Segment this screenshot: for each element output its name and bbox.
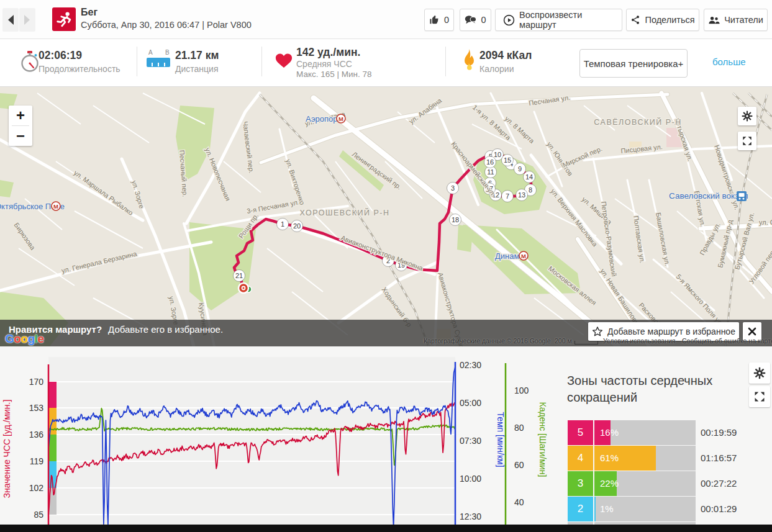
google-logo-letter: g [28,332,35,345]
add-route-label: Добавьте маршрут в избранное [607,327,735,336]
cadence-axis-label: Каденс [Шаги/мин] [538,402,548,477]
metro-icon[interactable]: М [52,202,60,210]
map-canvas[interactable]: 123456789101112131415161718192021ул. Лев… [0,87,772,346]
km-marker-9[interactable]: 9 [514,163,526,175]
zone-number: 2 [568,497,593,521]
summary-stats-bar: 02:06:19 Продолжительность A B 21.17 км … [0,39,772,87]
svg-text:9: 9 [518,165,522,173]
divider [261,47,262,76]
svg-text:1: 1 [281,220,284,228]
chart-fullscreen-button[interactable] [749,386,770,407]
map-zoom-control: + − [9,106,32,146]
km-marker-15[interactable]: 15 [502,155,514,166]
google-logo-letter: o [20,332,27,345]
comment-count: 0 [481,15,486,25]
forward-button[interactable] [19,8,35,32]
zone-bar-track: 22% [594,471,696,496]
railway-station-icon[interactable] [737,191,747,201]
railway-station-label[interactable]: Савеловский вокзал [669,191,748,201]
google-logo-letter: e [37,332,43,345]
divider [445,47,446,76]
training-chart[interactable]: 1701531361191028502:3005:0007:3010:0012:… [0,346,559,525]
km-marker-3[interactable]: 3 [447,183,459,194]
zone-percent: 22% [600,478,619,489]
cadence-tick: 40 [514,497,524,507]
duration-label: Продолжительность [39,64,120,74]
svg-text:16: 16 [486,158,494,166]
running-sport-icon [52,7,76,31]
page-bottom-bar [0,525,772,532]
more-link[interactable]: больше [712,56,746,67]
calories-label: Калории [479,64,514,74]
cadence-tick: 100 [514,385,529,395]
route-map[interactable]: 123456789101112131415161718192021ул. Лев… [0,87,772,346]
like-count: 0 [444,15,449,25]
back-arrow-icon [6,14,15,25]
terms-link[interactable]: Условия использования [603,337,676,345]
km-marker-14[interactable]: 14 [524,171,535,183]
expand-icon [753,390,766,403]
zoom-in-button[interactable]: + [9,106,32,125]
hr-tick: 102 [29,483,44,493]
metro-icon[interactable]: М [337,114,345,123]
zone-percent: 1% [600,503,614,514]
km-marker-18[interactable]: 18 [450,214,461,226]
zone-percent: 61% [600,453,619,463]
pace-tick: 10:00 [460,474,481,484]
report-error-link[interactable]: Сообщить об ошибке на карте [682,337,772,345]
chart-settings-button[interactable] [749,363,770,384]
favorite-hint: Добавьте его в избранное. [108,324,223,335]
map-fullscreen-button[interactable] [738,132,756,150]
readers-button[interactable]: Читатели [704,9,768,31]
zone-bar-track: 16% [594,420,696,445]
km-marker-1[interactable]: 1 [277,219,289,230]
svg-text:М: М [521,253,526,259]
flame-icon [461,48,476,73]
zoom-out-button[interactable]: − [9,126,32,146]
comment-button[interactable]: 0 [460,9,491,31]
zone-row-2: 21%00:01:29 [568,497,772,521]
km-marker-13[interactable]: 13 [516,189,528,201]
google-logo-letter: G [5,332,14,345]
hr-zone-strip [49,435,57,461]
page-subtitle: Суббота, Апр 30, 2016 06:47 | Polar V800 [81,20,252,30]
zone-bar-track: 1% [594,497,696,521]
svg-text:8: 8 [529,186,532,194]
share-icon [630,15,640,25]
training-curves-section: 1701531361191028502:3005:0007:3010:0012:… [0,346,772,525]
gear-icon [741,110,753,122]
heart-icon [275,53,293,70]
comment-bubbles-icon [465,15,476,25]
zone-number: 4 [568,446,593,471]
svg-text:11: 11 [487,168,494,176]
training-benefit-button[interactable]: Темповая тренировка+ [579,49,688,78]
km-marker-16[interactable]: 16 [484,156,496,168]
km-marker-7[interactable]: 7 [502,191,514,202]
expand-icon [742,135,753,147]
metro-station-label[interactable]: Аэропорт [306,114,341,124]
zone-bar-track: 61% [594,446,696,471]
thumbs-up-icon [429,15,440,25]
zone-row-3: 322%00:27:22 [568,471,772,496]
map-scale-bar [574,341,598,345]
zone-percent: 16% [600,427,619,438]
map-settings-button[interactable] [738,107,756,125]
svg-text:3: 3 [451,184,455,192]
km-marker-20[interactable]: 20 [291,220,303,232]
zone-number: 3 [568,471,593,496]
back-button[interactable] [2,8,19,32]
zone-time: 00:01:29 [701,503,737,514]
svg-text:М: М [338,115,343,122]
metro-icon[interactable]: М [519,251,528,260]
svg-text:21: 21 [235,272,243,279]
zone-number: 5 [568,420,593,445]
share-button[interactable]: Поделиться [626,9,699,31]
zone-time: 01:16:57 [701,453,737,463]
like-button[interactable]: 0 [424,9,454,31]
hr-tick: 119 [30,456,44,466]
km-marker-21[interactable]: 21 [234,270,245,282]
stopwatch-icon [20,50,39,74]
hr-tick: 136 [29,430,44,440]
play-icon [503,14,515,26]
play-route-button[interactable]: Воспроизвести маршрут [495,9,622,31]
